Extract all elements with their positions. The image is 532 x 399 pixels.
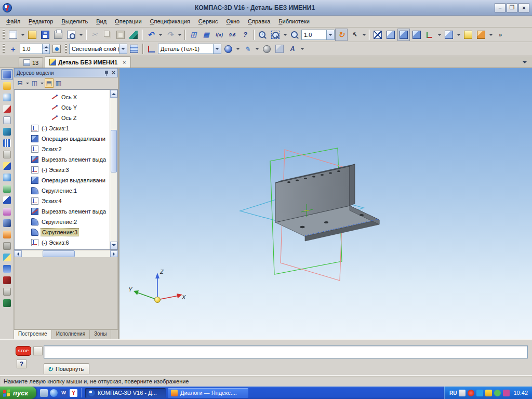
- menu-select[interactable]: Выделить: [57, 17, 92, 26]
- scroll-left-icon[interactable]: [14, 250, 22, 257]
- tool-icon-18[interactable]: [1, 263, 13, 274]
- display-halftone-button[interactable]: [397, 29, 410, 41]
- selection-arrow-button[interactable]: [348, 29, 361, 41]
- tab-list-arrow-icon[interactable]: [521, 58, 529, 66]
- variables-button[interactable]: [226, 29, 238, 41]
- help-button[interactable]: ?: [17, 360, 26, 368]
- snap-settings-button[interactable]: [7, 43, 19, 55]
- layer-combo[interactable]: Системный слой (0): [69, 44, 127, 54]
- material-ball-button[interactable]: [260, 43, 273, 55]
- language-indicator[interactable]: RU: [449, 390, 457, 396]
- save-document-button[interactable]: [39, 29, 51, 41]
- tree-item-sketch-3[interactable]: (-) Эскиз:3: [15, 165, 110, 175]
- tool-icon-8[interactable]: [1, 149, 13, 160]
- tool-icon-21[interactable]: [1, 298, 13, 309]
- tool-icon-16[interactable]: [1, 241, 13, 251]
- spin-down-icon[interactable]: [43, 49, 49, 54]
- orientation-button[interactable]: [423, 29, 436, 41]
- tree-item-cut-2[interactable]: Вырезать элемент выда: [15, 206, 110, 217]
- scroll-up-icon[interactable]: [110, 90, 117, 98]
- help-cursor-button[interactable]: [239, 29, 251, 41]
- messenger-icon[interactable]: [60, 389, 68, 397]
- menu-operations[interactable]: Операции: [111, 17, 145, 26]
- tool-icon-11[interactable]: [1, 183, 13, 194]
- toolbar-grip[interactable]: [3, 44, 5, 54]
- undo-dropdown[interactable]: [157, 29, 163, 41]
- scroll-down-icon[interactable]: [110, 242, 117, 249]
- toolbar-grip[interactable]: [3, 30, 5, 40]
- tree-structure-dropdown[interactable]: [25, 78, 30, 88]
- tree-item-fillet-3-selected[interactable]: Скругление:3: [15, 227, 110, 237]
- cut-button[interactable]: [88, 29, 101, 41]
- tool-icon-19[interactable]: [1, 275, 13, 286]
- tree-item-sketch-4[interactable]: Эскиз:4: [15, 196, 110, 206]
- zoom-dropdown[interactable]: [282, 29, 288, 41]
- layer-combo-arrow-icon[interactable]: [119, 44, 127, 54]
- tab-versions[interactable]: Исполнения: [52, 330, 90, 339]
- orientation-dropdown[interactable]: [436, 29, 442, 41]
- tool-icon-20[interactable]: [1, 286, 13, 297]
- toolbar-grip[interactable]: [65, 44, 67, 54]
- tab-fragment-13[interactable]: 13: [19, 57, 43, 68]
- zoom-by-frame-button[interactable]: [269, 29, 282, 41]
- tool-icon-1[interactable]: [1, 69, 13, 80]
- taskbar-clock[interactable]: 10:42: [513, 390, 528, 396]
- projection-button[interactable]: [443, 29, 455, 41]
- tree-item-fillet-2[interactable]: Скругление:2: [15, 217, 110, 227]
- taskbar-task-dialogs[interactable]: Диалоги — Яндекс....: [168, 388, 248, 398]
- tree-item-axis-y[interactable]: Ось Y: [15, 102, 110, 113]
- tray-icon-4[interactable]: [485, 390, 492, 396]
- tray-icon-6[interactable]: [503, 390, 510, 396]
- menu-window[interactable]: Окно: [222, 17, 244, 26]
- print-preview-button[interactable]: [65, 29, 77, 41]
- body-combo-arrow-icon[interactable]: [213, 44, 221, 54]
- message-field[interactable]: [44, 345, 528, 358]
- copy-properties-button[interactable]: [127, 29, 140, 41]
- tray-icon-5[interactable]: [494, 390, 501, 396]
- inactive-tool-button[interactable]: [273, 43, 286, 55]
- library-dropdown[interactable]: [488, 29, 494, 41]
- toolbar-overflow-button[interactable]: [494, 29, 507, 41]
- tool-icon-12[interactable]: [1, 195, 13, 206]
- show-desktop-icon[interactable]: [40, 389, 48, 397]
- style-button[interactable]: [50, 43, 63, 55]
- start-button[interactable]: пуск: [0, 387, 36, 399]
- part-l-bracket[interactable]: [275, 164, 379, 241]
- rotate-tab[interactable]: Повернуть: [44, 363, 89, 374]
- tree-structure-button[interactable]: [16, 78, 24, 88]
- tab-construction[interactable]: Построение: [14, 330, 52, 339]
- undo-button[interactable]: [144, 29, 157, 41]
- tab-close-icon[interactable]: ×: [123, 59, 126, 65]
- tree-horizontal-scrollbar[interactable]: [14, 250, 118, 257]
- menu-file[interactable]: Файл: [2, 17, 24, 26]
- open-document-button[interactable]: [26, 29, 38, 41]
- tool-icon-5[interactable]: [1, 115, 13, 126]
- tree-item-fillet-1[interactable]: Скругление:1: [15, 185, 110, 196]
- scroll-right-icon[interactable]: [110, 250, 118, 257]
- redo-dropdown[interactable]: [177, 29, 182, 41]
- selection-dropdown[interactable]: [361, 29, 367, 41]
- tree-item-sketch-6[interactable]: (-) Эскиз:6: [15, 237, 110, 248]
- tree-item-sketch-2[interactable]: Эскиз:2: [15, 144, 110, 154]
- yandex-icon[interactable]: [70, 389, 77, 397]
- tree-item-axis-x[interactable]: Ось X: [15, 92, 110, 102]
- tool-icon-2[interactable]: [1, 81, 13, 91]
- zoom-in-button[interactable]: [256, 29, 269, 41]
- tool-icon-14[interactable]: [1, 218, 13, 229]
- tool-icon-7[interactable]: [1, 138, 13, 149]
- tab-zones[interactable]: Зоны: [90, 330, 111, 339]
- spec-objects-button[interactable]: [200, 29, 212, 41]
- tool-icon-13[interactable]: [1, 206, 13, 217]
- tree-item-extrude-2[interactable]: Операция выдавливани: [15, 175, 110, 185]
- 3d-viewport-canvas[interactable]: Z X Y: [119, 68, 532, 339]
- text-height-button[interactable]: [286, 43, 299, 55]
- edit-dropdown[interactable]: [254, 43, 260, 55]
- zoom-lens-button[interactable]: [288, 29, 301, 41]
- new-document-dropdown[interactable]: [20, 29, 25, 41]
- relations-button[interactable]: [54, 78, 63, 88]
- functions-button[interactable]: [213, 29, 225, 41]
- scale-combo[interactable]: 1.0: [301, 30, 335, 40]
- create-object-button[interactable]: [33, 347, 43, 355]
- line-width-spinner[interactable]: [42, 44, 49, 54]
- menu-libraries[interactable]: Библиотеки: [274, 17, 314, 26]
